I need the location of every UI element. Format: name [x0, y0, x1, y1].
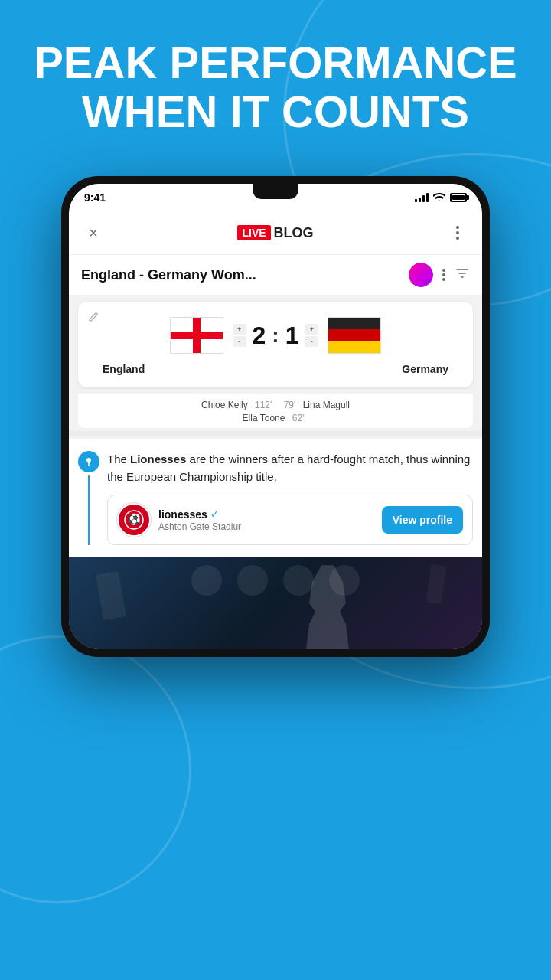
profile-logo: ⚽ [117, 503, 151, 537]
logo-live: LIVE [237, 225, 270, 240]
status-time: 9:41 [84, 191, 106, 204]
profile-name-row: lionesses ✓ [158, 508, 374, 521]
avatar [409, 263, 433, 287]
teams-row: + - 2 : 1 + - [90, 317, 461, 354]
score-display: + - 2 : 1 + - [233, 322, 319, 350]
filter-icon[interactable] [455, 266, 470, 285]
score-card: + - 2 : 1 + - [78, 302, 473, 387]
away-score-controls: + - [305, 324, 318, 347]
home-team-name: England [103, 363, 145, 375]
away-score: 1 [282, 322, 302, 350]
away-team-name: Germany [402, 363, 448, 375]
profile-location: Ashton Gate Stadiur [158, 521, 374, 532]
edit-icon[interactable] [87, 311, 99, 326]
status-icons [415, 192, 467, 204]
svg-text:⚽: ⚽ [128, 513, 142, 526]
verified-icon: ✓ [210, 508, 219, 520]
logo-blog: BLOG [274, 225, 314, 241]
home-score: 2 [249, 322, 269, 350]
blog-content: The Lionesses are the winners after a ha… [107, 451, 473, 545]
app-logo: LIVE BLOG [237, 225, 313, 241]
pin-icon [78, 451, 99, 472]
signal-icon [415, 193, 429, 202]
away-score-down[interactable]: - [305, 336, 318, 347]
battery-icon [450, 193, 467, 202]
goals-section: Chloe Kelly 112' 79' Lina Magull Ella To… [78, 394, 473, 428]
goal-ella-toone: Ella Toone [243, 413, 285, 423]
away-team [328, 317, 381, 354]
goal-chloe-kelly: Chloe Kelly [201, 400, 248, 410]
bottom-image-teaser [69, 557, 482, 649]
goal-minute-62: 62' [292, 413, 305, 423]
match-title-icons [409, 263, 470, 287]
match-title-bar: England - Germany Wom... [69, 255, 482, 296]
more-dots-button[interactable] [439, 266, 448, 284]
goals-row-2: Ella Toone 62' [84, 413, 467, 423]
view-profile-button[interactable]: View profile [382, 506, 463, 534]
home-score-down[interactable]: - [233, 336, 246, 347]
england-flag [170, 317, 223, 354]
goal-lina-magull: Lina Magull [303, 400, 350, 410]
status-bar: 9:41 [69, 184, 482, 211]
headline: PEAK PERFORMANCE WHEN IT COUNTS [0, 38, 551, 136]
germany-flag [328, 317, 381, 354]
profile-name: lionesses [158, 508, 207, 521]
home-team [170, 317, 223, 354]
profile-card: ⚽ lionesses ✓ Ashton Gate Stadiur View p… [107, 495, 473, 545]
close-button[interactable]: × [81, 220, 106, 245]
phone-mockup: 9:41 [61, 176, 490, 657]
timeline-line [88, 475, 90, 545]
goal-minute-79: 79' [284, 400, 296, 410]
away-score-up[interactable]: + [305, 324, 318, 335]
home-score-controls: + - [233, 324, 246, 347]
goal-minute-112: 112' [255, 400, 272, 410]
wifi-icon [433, 192, 445, 204]
goals-row-1: Chloe Kelly 112' 79' Lina Magull [84, 398, 467, 413]
section-divider [69, 431, 482, 436]
team-names-row: England Germany [90, 358, 461, 375]
profile-info: lionesses ✓ Ashton Gate Stadiur [158, 508, 374, 532]
blog-text: The Lionesses are the winners after a ha… [107, 451, 473, 485]
match-title: England - Germany Wom... [81, 267, 403, 283]
score-separator: : [272, 323, 279, 348]
more-button[interactable] [445, 220, 470, 245]
blog-timeline [78, 451, 99, 545]
blog-section: The Lionesses are the winners after a ha… [69, 439, 482, 557]
home-score-up[interactable]: + [233, 324, 246, 335]
app-header: × LIVE BLOG [69, 211, 482, 255]
